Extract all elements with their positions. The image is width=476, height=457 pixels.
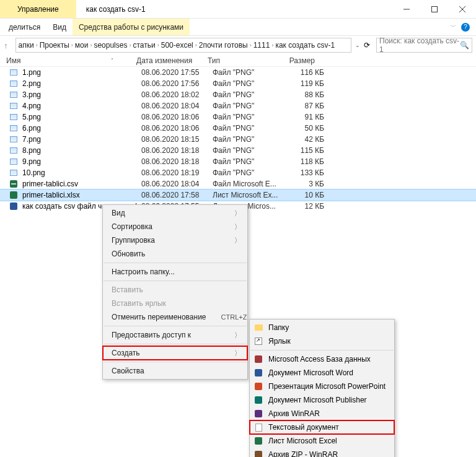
- col-type[interactable]: Тип: [208, 56, 282, 65]
- file-name: 5.png: [22, 113, 141, 121]
- file-date: 08.06.2020 18:18: [141, 157, 213, 166]
- chevron-right-icon: ›: [69, 42, 75, 48]
- file-type: Файл "PNG": [213, 157, 287, 166]
- breadcrumb-segment[interactable]: мои: [75, 41, 89, 50]
- maximize-button[interactable]: [420, 0, 448, 18]
- file-size: 115 КБ: [287, 146, 324, 155]
- file-row[interactable]: 2.png08.06.2020 17:56Файл "PNG"119 КБ: [0, 78, 476, 89]
- file-name: 6.png: [22, 124, 141, 133]
- minimize-button[interactable]: [392, 0, 420, 18]
- chevron-right-icon: ›: [88, 42, 94, 48]
- help-icon[interactable]: ?: [461, 23, 470, 32]
- history-dropdown-icon[interactable]: ⌄: [355, 42, 360, 48]
- file-date: 08.06.2020 17:55: [141, 68, 213, 77]
- file-size: 118 КБ: [287, 157, 324, 166]
- submenu-item[interactable]: Лист Microsoft Excel: [250, 434, 394, 448]
- file-name: 10.png: [22, 168, 141, 177]
- file-type: Файл "PNG": [213, 68, 287, 77]
- ctx-share-access[interactable]: Предоставить доступ к〉: [103, 328, 247, 342]
- ctx-view[interactable]: Вид〉: [103, 206, 247, 220]
- file-row[interactable]: 7.png08.06.2020 18:15Файл "PNG"42 КБ: [0, 134, 476, 145]
- breadcrumb-segment[interactable]: 2почти готовы: [199, 41, 248, 50]
- folder-icon: [253, 323, 263, 333]
- file-size: 50 КБ: [287, 124, 324, 133]
- file-date: 08.06.2020 17:58: [141, 191, 213, 199]
- ctx-undo-rename[interactable]: Отменить переименованиеCTRL+Z: [103, 310, 247, 324]
- ctx-paste: Вставить: [103, 283, 247, 297]
- breadcrumb-segment[interactable]: Проекты: [40, 41, 69, 50]
- ribbon-collapse-icon[interactable]: ﹀: [451, 23, 456, 31]
- submenu-label: Ярлык: [268, 337, 291, 346]
- file-row[interactable]: 3.png08.06.2020 18:02Файл "PNG"88 КБ: [0, 89, 476, 100]
- submenu-item[interactable]: Документ Microsoft Publisher: [250, 393, 394, 407]
- file-icon: [9, 90, 19, 100]
- column-headers: Имя˄ Дата изменения Тип Размер: [0, 54, 476, 67]
- file-type: Файл "PNG": [213, 168, 287, 177]
- file-row[interactable]: 8.png08.06.2020 18:18Файл "PNG"115 КБ: [0, 145, 476, 156]
- ctx-group[interactable]: Группировка〉: [103, 233, 247, 247]
- file-date: 08.06.2020 18:18: [141, 146, 213, 155]
- txt-icon: [253, 422, 263, 432]
- submenu-label: Документ Microsoft Word: [268, 368, 353, 377]
- col-name[interactable]: Имя˄: [6, 56, 136, 65]
- file-row[interactable]: 1.png08.06.2020 17:55Файл "PNG"116 КБ: [0, 67, 476, 78]
- ctx-new[interactable]: Создать〉: [103, 346, 247, 360]
- context-submenu-new: ПапкуЯрлыкMicrosoft Access База данныхДо…: [249, 319, 395, 457]
- ctx-properties[interactable]: Свойства: [103, 364, 247, 378]
- breadcrumb-segment[interactable]: статьи: [133, 41, 155, 50]
- file-date: 08.06.2020 17:56: [141, 79, 213, 88]
- submenu-label: Документ Microsoft Publisher: [268, 396, 367, 404]
- breadcrumb-segment[interactable]: как создать csv-1: [275, 41, 335, 50]
- file-row[interactable]: 6.png08.06.2020 18:06Файл "PNG"50 КБ: [0, 123, 476, 134]
- submenu-item[interactable]: Архив ZIP - WinRAR: [250, 448, 394, 457]
- ctx-paste-shortcut: Вставить ярлык: [103, 297, 247, 310]
- breadcrumb-segment[interactable]: 1111: [253, 41, 270, 50]
- file-size: 12 КБ: [287, 202, 324, 211]
- separator: [104, 281, 247, 281]
- submenu-item[interactable]: Ярлык: [250, 334, 394, 348]
- col-date[interactable]: Дата изменения: [136, 56, 208, 65]
- ribbon-contextual-tab[interactable]: Управление: [0, 0, 76, 18]
- file-size: 10 КБ: [287, 191, 324, 199]
- breadcrumb[interactable]: апки›Проекты›мои›seopulses›статьи›500-ex…: [15, 38, 352, 53]
- breadcrumb-segment[interactable]: seopulses: [94, 41, 127, 50]
- file-icon: [9, 134, 19, 144]
- ribbon-tab-picture-tools[interactable]: Средства работы с рисунками: [73, 19, 190, 35]
- ctx-refresh[interactable]: Обновить: [103, 247, 247, 261]
- breadcrumb-segment[interactable]: апки: [19, 41, 34, 50]
- file-icon: [9, 67, 19, 77]
- ctx-sort[interactable]: Сортировка〉: [103, 220, 247, 233]
- submenu-item[interactable]: Презентация Microsoft PowerPoint: [250, 380, 394, 393]
- col-size[interactable]: Размер: [282, 56, 319, 65]
- file-row[interactable]: primer-tablici.xlsx08.06.2020 17:58Лист …: [0, 189, 476, 201]
- separator: [104, 326, 247, 326]
- file-row[interactable]: 10.png08.06.2020 18:19Файл "PNG"133 КБ: [0, 167, 476, 178]
- chevron-right-icon: ›: [270, 42, 275, 48]
- ribbon-tab-view[interactable]: Вид: [46, 19, 73, 35]
- file-row[interactable]: 9.png08.06.2020 18:18Файл "PNG"118 КБ: [0, 156, 476, 167]
- file-row[interactable]: 5.png08.06.2020 18:06Файл "PNG"91 КБ: [0, 111, 476, 123]
- nav-up-icon[interactable]: ↑: [0, 41, 12, 50]
- submenu-item[interactable]: Документ Microsoft Word: [250, 366, 394, 380]
- submenu-item[interactable]: Microsoft Access База данных: [250, 352, 394, 366]
- file-list[interactable]: 1.png08.06.2020 17:55Файл "PNG"116 КБ2.p…: [0, 67, 476, 212]
- submenu-label: Текстовый документ: [268, 423, 339, 432]
- ribbon-tab-share[interactable]: делиться: [2, 19, 46, 35]
- refresh-icon[interactable]: ⟳: [364, 41, 370, 50]
- file-type: Файл "PNG": [213, 90, 287, 99]
- submenu-item[interactable]: Архив WinRAR: [250, 407, 394, 420]
- search-input[interactable]: Поиск: как создать csv-1 🔍: [376, 38, 472, 53]
- breadcrumb-segment[interactable]: 500-excel: [161, 41, 193, 50]
- file-date: 08.06.2020 18:04: [141, 180, 213, 188]
- submenu-item[interactable]: Папку: [250, 321, 394, 334]
- address-row: ↑ апки›Проекты›мои›seopulses›статьи›500-…: [0, 36, 476, 54]
- submenu-label: Microsoft Access База данных: [268, 355, 371, 363]
- ctx-customize-folder[interactable]: Настроить папку...: [103, 265, 247, 279]
- submenu-label: Архив WinRAR: [268, 409, 320, 418]
- close-button[interactable]: [448, 0, 476, 18]
- submenu-item[interactable]: Текстовый документ: [250, 420, 394, 434]
- file-row[interactable]: 4.png08.06.2020 18:04Файл "PNG"87 КБ: [0, 100, 476, 111]
- file-row[interactable]: primer-tablici.csv08.06.2020 18:04Файл M…: [0, 178, 476, 189]
- file-size: 3 КБ: [287, 180, 324, 188]
- file-size: 88 КБ: [287, 90, 324, 99]
